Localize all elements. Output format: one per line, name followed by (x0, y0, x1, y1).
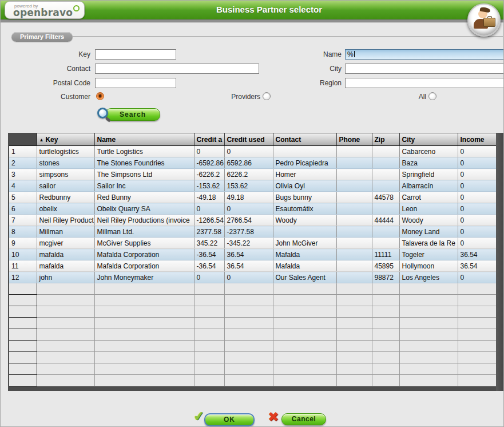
cell[interactable]: mafalda (37, 249, 94, 260)
cell[interactable]: Mafalda (273, 260, 336, 272)
cell[interactable]: 0 (458, 215, 496, 226)
all-radio[interactable] (428, 92, 436, 100)
cell[interactable]: The Simpsons Ltd (94, 169, 194, 180)
cell[interactable]: Neil Riley Productions (invoice (94, 215, 194, 226)
cell[interactable] (372, 180, 399, 192)
cell[interactable] (336, 192, 372, 203)
postal-code-input[interactable] (95, 78, 176, 88)
cell[interactable]: mcgiver (37, 238, 94, 249)
table-row[interactable]: 3simpsonsThe Simpsons Ltd-6226.26226.2Ho… (9, 169, 496, 180)
table-row[interactable]: 10mafaldaMafalda Corporation-36.5436.54M… (9, 249, 496, 260)
cell[interactable]: 44578 (372, 192, 399, 203)
column-header[interactable]: Zip (372, 133, 399, 146)
cell[interactable]: Los Angeles (399, 272, 458, 283)
cell[interactable]: 11111 (372, 249, 399, 260)
cell[interactable]: stones (37, 157, 94, 169)
cell[interactable] (336, 249, 372, 260)
row-number-cell[interactable]: 5 (9, 192, 37, 203)
row-number-cell[interactable]: 6 (9, 203, 37, 215)
cell[interactable]: Albarracín (399, 180, 458, 192)
cell[interactable] (336, 260, 372, 272)
cell[interactable]: 0 (224, 203, 273, 215)
cell[interactable]: -1266.54 (194, 215, 224, 226)
cell[interactable]: Olivia Oyl (273, 180, 336, 192)
cell[interactable]: Hollymoon (399, 260, 458, 272)
city-input[interactable] (345, 64, 504, 74)
cell[interactable]: John McGiver (273, 238, 336, 249)
cell[interactable] (372, 146, 399, 157)
row-number-cell[interactable]: 2 (9, 157, 37, 169)
cell[interactable]: 45895 (372, 260, 399, 272)
cell[interactable]: 2766.54 (224, 215, 273, 226)
row-number-cell[interactable]: 4 (9, 180, 37, 192)
cell[interactable]: Our Sales Agent (273, 272, 336, 283)
table-row[interactable]: 5RedbunnyRed Bunny-49.1849.18Bugs bunny4… (9, 192, 496, 203)
column-header[interactable]: Contact (273, 133, 336, 146)
cell[interactable] (336, 226, 372, 238)
cell[interactable]: Turtle Logistics (94, 146, 194, 157)
contact-input[interactable] (95, 64, 259, 74)
cell[interactable]: John Moneymaker (94, 272, 194, 283)
cell[interactable] (372, 226, 399, 238)
cell[interactable]: 36.54 (224, 249, 273, 260)
table-row[interactable]: 8MillmanMillman Ltd.2377.58-2377.58Money… (9, 226, 496, 238)
cell[interactable]: 0 (458, 157, 496, 169)
table-row[interactable]: 9mcgiverMcGiver Supplies345.22-345.22Joh… (9, 238, 496, 249)
ok-button[interactable]: OK (204, 413, 255, 426)
cell[interactable]: Talavera de la Re (399, 238, 458, 249)
cell[interactable]: Cabarceno (399, 146, 458, 157)
cell[interactable]: -345.22 (224, 238, 273, 249)
cell[interactable] (336, 203, 372, 215)
column-header[interactable]: Name (94, 133, 194, 146)
cell[interactable]: Togeler (399, 249, 458, 260)
row-number-cell[interactable]: 12 (9, 272, 37, 283)
cell[interactable] (336, 157, 372, 169)
cell[interactable]: -49.18 (194, 192, 224, 203)
row-number-cell[interactable]: 3 (9, 169, 37, 180)
column-header[interactable]: ▲Key (37, 133, 94, 146)
cell[interactable] (372, 169, 399, 180)
key-input[interactable] (95, 49, 176, 60)
cell[interactable]: Neil Riley Product (37, 215, 94, 226)
cell[interactable]: Millman Ltd. (94, 226, 194, 238)
cell[interactable] (336, 180, 372, 192)
cell[interactable]: 0 (458, 238, 496, 249)
cell[interactable]: Baza (399, 157, 458, 169)
cell[interactable]: Mafalda Corporation (94, 260, 194, 272)
cell[interactable]: turtlelogistics (37, 146, 94, 157)
table-row[interactable]: 4sailorSailor Inc-153.62153.62Olivia Oyl… (9, 180, 496, 192)
cell[interactable]: Redbunny (37, 192, 94, 203)
cell[interactable]: 36.54 (458, 249, 496, 260)
cell[interactable]: The Stones Foundries (94, 157, 194, 169)
cell[interactable]: 0 (458, 272, 496, 283)
cell[interactable]: 0 (458, 180, 496, 192)
vertical-scrollbar[interactable] (496, 133, 504, 391)
cell[interactable]: -36.54 (194, 249, 224, 260)
ok-check-icon[interactable]: ✔ (193, 408, 205, 425)
row-number-cell[interactable]: 7 (9, 215, 37, 226)
region-input[interactable] (345, 78, 504, 88)
cell[interactable]: 0 (458, 169, 496, 180)
cell[interactable] (372, 203, 399, 215)
name-input[interactable]: % (345, 49, 504, 60)
column-header[interactable]: Income (458, 133, 496, 146)
cell[interactable]: Millman (37, 226, 94, 238)
cell[interactable]: -6592.86 (194, 157, 224, 169)
cell[interactable]: Woody (399, 215, 458, 226)
cell[interactable]: 2377.58 (194, 226, 224, 238)
cell[interactable]: 49.18 (224, 192, 273, 203)
row-number-cell[interactable]: 9 (9, 238, 37, 249)
column-header[interactable]: Credit a (194, 133, 224, 146)
table-row[interactable]: 12johnJohn Moneymaker00Our Sales Agent98… (9, 272, 496, 283)
row-number-cell[interactable]: 1 (9, 146, 37, 157)
cancel-cross-icon[interactable]: ✖ (268, 409, 279, 425)
cell[interactable]: 98872 (372, 272, 399, 283)
cell[interactable]: 0 (224, 146, 273, 157)
cell[interactable]: Mafalda (273, 249, 336, 260)
cell[interactable]: 0 (224, 272, 273, 283)
cell[interactable]: Carrot (399, 192, 458, 203)
cancel-button[interactable]: Cancel (281, 413, 326, 425)
cell[interactable]: 0 (194, 272, 224, 283)
cell[interactable]: 0 (194, 146, 224, 157)
cell[interactable] (336, 272, 372, 283)
